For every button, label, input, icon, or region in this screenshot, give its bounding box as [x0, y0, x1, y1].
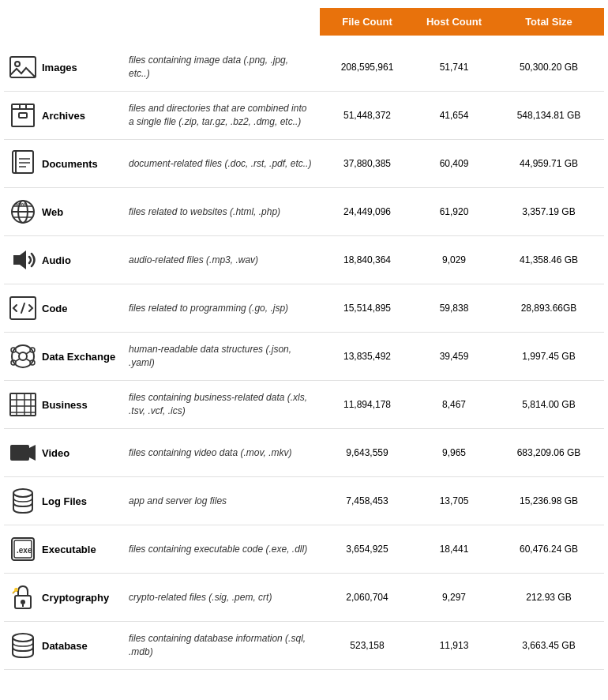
row-host-count: 9,965 [415, 447, 494, 458]
code-icon [4, 294, 42, 322]
row-name: Images [42, 62, 129, 73]
row-host-count: 9,297 [415, 592, 494, 603]
row-description: app and server log files [129, 495, 320, 508]
row-total-size: 683,209.06 GB [494, 447, 604, 458]
file-count-header: File Count [320, 8, 415, 36]
row-host-count: 51,741 [415, 62, 494, 73]
row-description: files containing business-related data (… [129, 391, 320, 418]
row-host-count: 11,913 [415, 640, 494, 651]
row-host-count: 8,467 [415, 399, 494, 410]
row-file-count: 13,835,492 [320, 351, 415, 362]
row-file-count: 11,894,178 [320, 399, 415, 410]
table-row: Cryptographycrypto-related files (.sig, … [4, 574, 604, 622]
row-file-count: 9,643,559 [320, 447, 415, 458]
table-row: Data Exchangehuman-readable data structu… [4, 333, 604, 381]
row-description: files related to programming (.go, .jsp) [129, 302, 320, 315]
row-name: Database [42, 640, 129, 652]
row-file-count: 24,449,096 [320, 206, 415, 217]
web-icon [4, 198, 42, 226]
row-name: Web [42, 206, 129, 218]
executable-icon [4, 535, 42, 563]
row-name: Business [42, 399, 129, 411]
row-total-size: 548,134.81 GB [494, 110, 604, 121]
data-exchange-icon [4, 342, 42, 371]
row-host-count: 59,838 [415, 303, 494, 314]
row-host-count: 18,441 [415, 544, 494, 555]
cryptography-icon [4, 583, 42, 612]
row-total-size: 1,997.45 GB [494, 351, 604, 362]
row-total-size: 3,663.45 GB [494, 640, 604, 651]
video-icon [4, 438, 42, 467]
row-name: Video [42, 447, 129, 459]
row-file-count: 208,595,961 [320, 62, 415, 73]
row-total-size: 28,893.66GB [494, 303, 604, 314]
row-total-size: 3,357.19 GB [494, 206, 604, 217]
row-total-size: 41,358.46 GB [494, 254, 604, 265]
table-row: Businessfiles containing business-relate… [4, 381, 604, 429]
business-icon [4, 390, 42, 419]
row-name: Executable [42, 544, 129, 555]
table-row: Archivesfiles and directories that are c… [4, 92, 604, 140]
table-row: Videofiles containing video data (.mov, … [4, 429, 604, 477]
row-description: files and directories that are combined … [129, 102, 320, 129]
row-file-count: 2,060,704 [320, 592, 415, 603]
total-size-header: Total Size [494, 8, 604, 36]
row-file-count: 51,448,372 [320, 110, 415, 121]
row-description: files containing database information (.… [129, 632, 320, 659]
table-row: Documentsdocument-related files (.doc, .… [4, 140, 604, 188]
header-spacer [4, 8, 320, 36]
row-name: Archives [42, 110, 129, 122]
table-row: Codefiles related to programming (.go, .… [4, 284, 604, 333]
row-host-count: 41,654 [415, 110, 494, 121]
row-description: human-readable data structures (.json, .… [129, 343, 320, 370]
table-row: Webfiles related to websites (.html, .ph… [4, 188, 604, 236]
row-file-count: 7,458,453 [320, 495, 415, 506]
table-row: Executablefiles containing executable co… [4, 525, 604, 574]
log-files-icon [4, 487, 42, 515]
table-body: Imagesfiles containing image data (.png,… [4, 43, 604, 670]
row-total-size: 44,959.71 GB [494, 158, 604, 169]
table-header: File Count Host Count Total Size [4, 8, 604, 36]
row-name: Audio [42, 254, 129, 266]
row-host-count: 9,029 [415, 254, 494, 265]
row-description: document-related files (.doc, .rst, .pdf… [129, 157, 320, 171]
table-row: Audioaudio-related files (.mp3, .wav)18,… [4, 236, 604, 284]
documents-icon [4, 149, 42, 178]
row-host-count: 60,409 [415, 158, 494, 169]
row-description: crypto-related files (.sig, .pem, crt) [129, 591, 320, 604]
row-file-count: 3,654,925 [320, 544, 415, 555]
table-row: Log Filesapp and server log files7,458,4… [4, 477, 604, 525]
row-total-size: 5,814.00 GB [494, 399, 604, 410]
row-total-size: 60,476.24 GB [494, 544, 604, 555]
row-description: files related to websites (.html, .php) [129, 205, 320, 219]
row-host-count: 39,459 [415, 351, 494, 362]
row-name: Log Files [42, 495, 129, 507]
row-host-count: 13,705 [415, 495, 494, 506]
row-host-count: 61,920 [415, 206, 494, 217]
row-name: Documents [42, 158, 129, 170]
row-file-count: 37,880,385 [320, 158, 415, 169]
row-total-size: 15,236.98 GB [494, 495, 604, 506]
row-file-count: 18,840,364 [320, 254, 415, 265]
archives-icon [4, 101, 42, 130]
row-total-size: 50,300.20 GB [494, 62, 604, 73]
header-columns: File Count Host Count Total Size [320, 8, 604, 36]
row-description: audio-related files (.mp3, .wav) [129, 254, 320, 267]
row-file-count: 15,514,895 [320, 303, 415, 314]
row-description: files containing executable code (.exe, … [129, 543, 320, 556]
audio-icon [4, 246, 42, 274]
table-row: Databasefiles containing database inform… [4, 622, 604, 670]
images-icon [4, 53, 42, 81]
host-count-header: Host Count [415, 8, 494, 36]
row-description: files containing image data (.png, .jpg,… [129, 54, 320, 81]
database-icon [4, 631, 42, 660]
row-total-size: 212.93 GB [494, 592, 604, 603]
row-description: files containing video data (.mov, .mkv) [129, 446, 320, 460]
row-file-count: 523,158 [320, 640, 415, 651]
row-name: Cryptography [42, 592, 129, 604]
row-name: Data Exchange [42, 351, 129, 363]
table-row: Imagesfiles containing image data (.png,… [4, 43, 604, 92]
main-table: File Count Host Count Total Size Imagesf… [4, 8, 604, 670]
row-name: Code [42, 303, 129, 314]
